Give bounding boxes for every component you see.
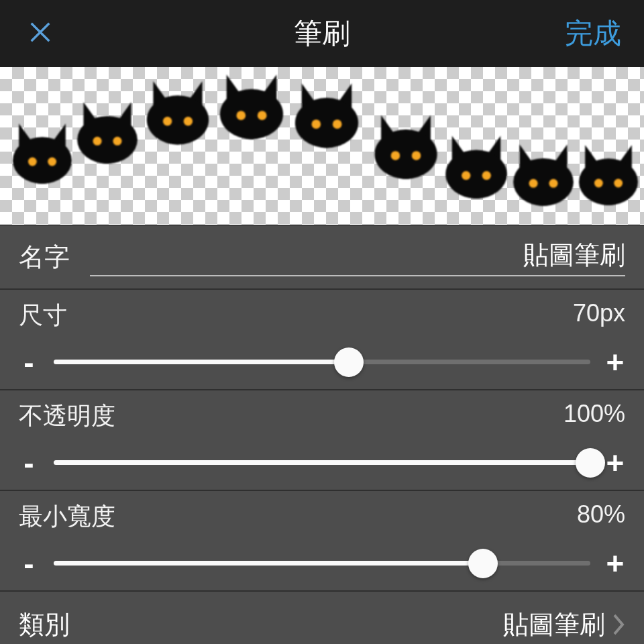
svg-point-23 — [549, 179, 557, 188]
size-increase-button[interactable]: + — [605, 344, 625, 380]
svg-point-17 — [412, 151, 421, 160]
minwidth-value: 80% — [577, 500, 625, 533]
brush-stamp — [506, 138, 581, 207]
opacity-decrease-button[interactable]: - — [19, 445, 39, 481]
brush-stamp — [139, 74, 217, 146]
opacity-increase-button[interactable]: + — [605, 445, 625, 481]
opacity-label: 不透明度 — [19, 400, 115, 433]
svg-point-26 — [614, 179, 623, 188]
name-value: 貼圖筆刷 — [523, 238, 625, 272]
minwidth-increase-button[interactable]: + — [605, 545, 625, 582]
name-row: 名字 貼圖筆刷 — [0, 225, 644, 288]
svg-point-19 — [462, 171, 470, 180]
brush-stamp — [572, 139, 644, 207]
name-label: 名字 — [19, 240, 70, 274]
svg-point-16 — [391, 151, 400, 160]
brush-stamp — [367, 109, 445, 180]
svg-point-9 — [220, 89, 283, 140]
close-button[interactable] — [25, 19, 55, 48]
svg-point-18 — [445, 150, 507, 198]
opacity-row: 不透明度 100% - + — [0, 389, 644, 490]
svg-point-24 — [579, 158, 638, 205]
svg-point-11 — [258, 111, 267, 120]
size-slider[interactable] — [54, 348, 590, 376]
minwidth-row: 最小寬度 80% - + — [0, 490, 644, 590]
svg-point-12 — [295, 98, 358, 148]
brush-stamp — [70, 96, 145, 165]
slider-thumb[interactable] — [468, 549, 498, 578]
opacity-value: 100% — [564, 400, 625, 433]
opacity-slider[interactable] — [54, 449, 590, 477]
svg-point-10 — [236, 111, 246, 120]
svg-point-20 — [482, 171, 491, 180]
size-row: 尺寸 70px - + — [0, 288, 644, 389]
slider-thumb[interactable] — [334, 347, 364, 377]
svg-point-0 — [13, 137, 72, 184]
minwidth-label: 最小寬度 — [19, 500, 115, 533]
done-button[interactable]: 完成 — [565, 15, 621, 52]
chevron-right-icon — [612, 612, 625, 637]
svg-point-21 — [513, 158, 574, 206]
minwidth-decrease-button[interactable]: - — [19, 545, 39, 582]
category-value: 貼圖筆刷 — [503, 608, 605, 642]
brush-stamp — [5, 117, 79, 185]
svg-point-1 — [28, 158, 37, 166]
close-icon — [28, 19, 53, 48]
minwidth-slider[interactable] — [54, 549, 590, 578]
brush-stamp — [438, 129, 515, 200]
brush-stamp — [212, 68, 291, 140]
svg-point-22 — [529, 179, 537, 188]
brush-stamp — [287, 76, 366, 149]
svg-point-15 — [374, 129, 437, 179]
svg-point-14 — [333, 119, 342, 129]
svg-point-6 — [147, 95, 209, 144]
slider-thumb[interactable] — [576, 448, 605, 478]
size-value: 70px — [573, 299, 625, 332]
size-label: 尺寸 — [19, 299, 67, 332]
svg-point-8 — [184, 117, 193, 125]
brush-preview — [0, 67, 644, 225]
svg-point-7 — [163, 117, 172, 125]
page-title: 筆刷 — [0, 15, 644, 52]
category-row[interactable]: 類別 貼圖筆刷 — [0, 590, 644, 644]
svg-point-3 — [77, 116, 138, 164]
svg-point-25 — [594, 179, 603, 188]
svg-point-13 — [311, 119, 321, 129]
size-decrease-button[interactable]: - — [19, 344, 39, 380]
svg-point-4 — [93, 137, 101, 146]
svg-point-2 — [48, 158, 56, 166]
category-label: 類別 — [19, 608, 70, 642]
name-input[interactable]: 貼圖筆刷 — [90, 239, 625, 276]
svg-point-5 — [113, 137, 121, 146]
header-bar: 筆刷 完成 — [0, 0, 644, 67]
